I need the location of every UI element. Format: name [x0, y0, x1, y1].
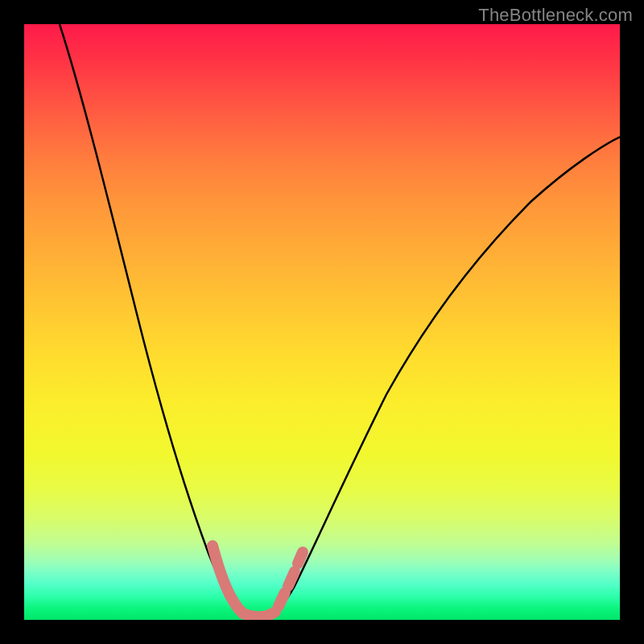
plot-area [24, 24, 620, 620]
watermark-text: TheBottleneck.com [478, 5, 633, 26]
highlight-segment [213, 546, 303, 617]
chart-svg [24, 24, 620, 620]
bottleneck-curve [60, 24, 620, 618]
